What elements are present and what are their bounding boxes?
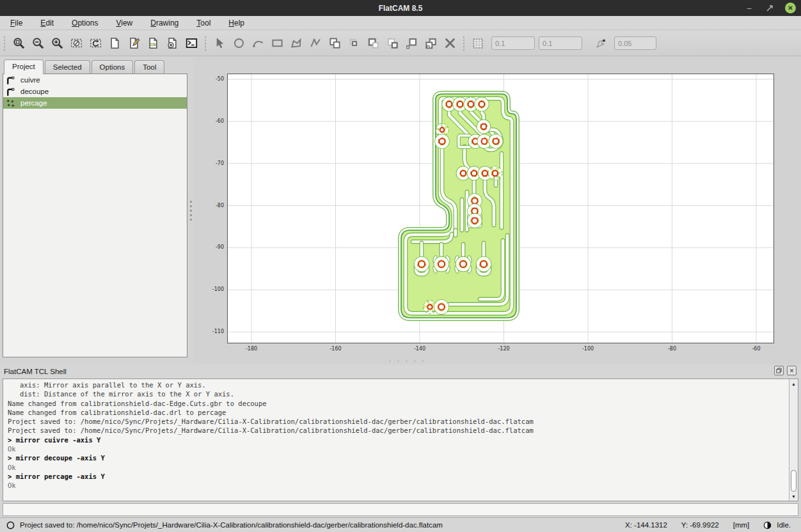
activity-circle-icon bbox=[6, 521, 15, 529]
polygon-icon bbox=[292, 40, 300, 47]
scrollbar-thumb[interactable] bbox=[791, 470, 797, 492]
delete-shape-icon bbox=[446, 40, 454, 47]
corner-snap-icon[interactable] bbox=[591, 34, 610, 53]
shell-line: Name changed from calibrationshield-dac.… bbox=[8, 408, 789, 417]
tab-project[interactable]: Project bbox=[4, 59, 44, 74]
tree-item-percage[interactable]: percage bbox=[3, 97, 187, 109]
union-button[interactable] bbox=[325, 34, 344, 53]
delete-object-button[interactable] bbox=[163, 34, 182, 53]
scroll-up-icon[interactable]: ▲ bbox=[789, 379, 798, 388]
window-title: FlatCAM 8.5 bbox=[379, 4, 423, 13]
menu-tool[interactable]: Tool bbox=[190, 17, 217, 29]
dock-close-button[interactable]: ✕ bbox=[787, 366, 797, 375]
y-tick-label: -100 bbox=[198, 286, 224, 292]
polygon-button[interactable] bbox=[287, 34, 306, 53]
scroll-down-icon[interactable]: ▼ bbox=[789, 492, 798, 501]
circle-icon bbox=[234, 39, 242, 47]
open-project-button[interactable] bbox=[124, 34, 143, 53]
gerber-icon bbox=[8, 88, 14, 95]
tab-options[interactable]: Options bbox=[91, 60, 134, 74]
subtract-icon bbox=[369, 39, 377, 48]
gerber-icon bbox=[8, 76, 14, 83]
menu-drawing[interactable]: Drawing bbox=[144, 17, 185, 29]
dock-float-button[interactable] bbox=[774, 366, 784, 375]
move-object-button[interactable] bbox=[421, 34, 440, 53]
y-tick-label: -110 bbox=[198, 329, 224, 334]
y-tick-label: -90 bbox=[198, 244, 224, 250]
grid-y-input[interactable] bbox=[539, 36, 582, 50]
units-label: [mm] bbox=[733, 521, 750, 529]
project-tree: cuivredecoupepercage bbox=[3, 74, 187, 357]
shell-line: Project saved to: /home/nico/Sync/Projet… bbox=[8, 417, 789, 426]
circle-button[interactable] bbox=[229, 34, 248, 53]
x-tick-label: -80 bbox=[660, 346, 685, 352]
arc-button[interactable] bbox=[248, 34, 267, 53]
tree-item-decoupe[interactable]: decoupe bbox=[3, 86, 187, 97]
grid-x-input[interactable] bbox=[491, 36, 535, 50]
polyline-button[interactable] bbox=[306, 34, 325, 53]
shell-line: Ok bbox=[8, 481, 789, 490]
shell-console[interactable]: axis: Mirror axis parallel to the X or Y… bbox=[3, 379, 798, 501]
menu-file[interactable]: File bbox=[4, 17, 29, 29]
copy-object-icon bbox=[406, 39, 415, 49]
plot-canvas[interactable]: -180-160-140-120-100-80-60-50-60-70-80-9… bbox=[193, 56, 801, 364]
toolbar-handle[interactable] bbox=[461, 35, 466, 52]
move-object-icon bbox=[426, 39, 435, 48]
clear-plot-button[interactable] bbox=[67, 34, 86, 53]
cursor-y: Y: -69.9922 bbox=[681, 521, 719, 529]
shell-line: > mirror percage -axis Y bbox=[8, 472, 789, 481]
x-tick-label: -180 bbox=[239, 346, 264, 352]
toolbar-handle[interactable] bbox=[203, 35, 208, 52]
shell-scrollbar[interactable]: ▲ ▼ bbox=[789, 379, 798, 501]
zoom-in-button[interactable] bbox=[47, 34, 67, 53]
rectangle-button[interactable] bbox=[267, 34, 287, 53]
y-tick-label: -70 bbox=[198, 160, 224, 166]
menu-edit[interactable]: Edit bbox=[34, 17, 60, 29]
horizontal-splitter[interactable]: · · · · · bbox=[389, 357, 426, 364]
vertical-splitter[interactable] bbox=[189, 56, 193, 364]
excellon-icon bbox=[7, 99, 14, 106]
toolbar-handle[interactable] bbox=[2, 35, 7, 52]
x-tick-label: -120 bbox=[491, 346, 517, 352]
union-icon bbox=[330, 38, 339, 47]
zoom-fit-button[interactable] bbox=[9, 34, 28, 53]
select-button[interactable] bbox=[210, 34, 229, 53]
shell-dock-titlebar[interactable]: FlatCAM TCL Shell bbox=[0, 364, 801, 378]
restore-button[interactable] bbox=[765, 3, 775, 13]
subtract-button[interactable] bbox=[363, 34, 383, 53]
shell-line: Project saved to: /home/nico/Sync/Projet… bbox=[8, 426, 789, 435]
save-project-icon bbox=[150, 38, 157, 48]
pcb-plot bbox=[228, 74, 773, 343]
y-tick-label: -80 bbox=[198, 203, 224, 208]
menu-help[interactable]: Help bbox=[222, 17, 251, 29]
tab-tool[interactable]: Tool bbox=[134, 60, 164, 74]
minimize-button[interactable]: – bbox=[744, 3, 754, 13]
plot-axes[interactable] bbox=[227, 74, 774, 343]
x-tick-label: -140 bbox=[407, 346, 432, 352]
new-project-button[interactable] bbox=[105, 34, 124, 53]
shell-button[interactable] bbox=[182, 34, 201, 53]
grid-snap-icon[interactable] bbox=[468, 34, 488, 53]
cursor-x: X: -144.1312 bbox=[625, 521, 667, 529]
menu-options[interactable]: Options bbox=[65, 17, 104, 29]
menu-view[interactable]: View bbox=[109, 17, 139, 29]
intersect-button[interactable] bbox=[344, 34, 363, 53]
snap-max-input[interactable] bbox=[614, 36, 656, 50]
copy-object-button[interactable] bbox=[402, 34, 421, 53]
toolbar bbox=[0, 31, 801, 56]
replot-icon bbox=[90, 40, 100, 47]
tree-item-cuivre[interactable]: cuivre bbox=[3, 74, 187, 86]
save-project-button[interactable] bbox=[143, 34, 163, 53]
select-icon bbox=[216, 38, 223, 48]
shell-line: dist: Distance of the mirror axis to the… bbox=[8, 389, 789, 398]
cut-path-button[interactable] bbox=[383, 34, 402, 53]
shell-output: axis: Mirror axis parallel to the X or Y… bbox=[3, 380, 789, 490]
replot-button[interactable] bbox=[86, 34, 105, 53]
tab-selected[interactable]: Selected bbox=[45, 60, 90, 74]
app-state: Idle. bbox=[777, 521, 791, 529]
close-button[interactable]: ✕ bbox=[785, 3, 796, 13]
zoom-out-button[interactable] bbox=[28, 34, 47, 53]
shell-command-input[interactable] bbox=[3, 503, 798, 516]
delete-shape-button[interactable] bbox=[440, 34, 459, 53]
rectangle-icon bbox=[273, 40, 282, 47]
